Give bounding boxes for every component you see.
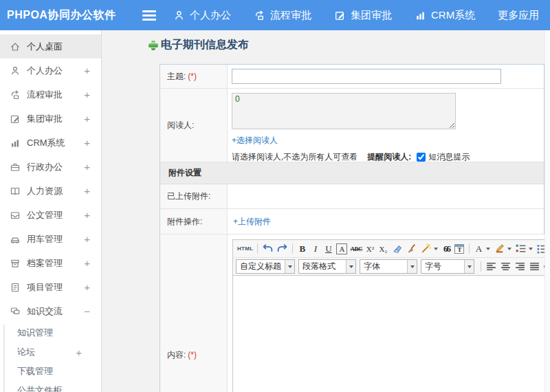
expand-icon[interactable]: + [84,137,90,149]
sidebar-subitem-public-file-cabinet[interactable]: 公共文件柜 [0,381,101,392]
insert-date-button[interactable]: T [453,242,466,256]
nav-more-apps[interactable]: 更多应用 [498,9,550,22]
subscript-button[interactable]: X₂ [377,242,390,256]
font-format-button[interactable]: A [336,243,347,254]
style-select[interactable]: 自定义标题 [236,259,295,274]
sidebar-item-admin-office[interactable]: 行政办公 + [0,155,101,179]
attachment-operation-label: 附件操作: [167,216,202,228]
caret-down-icon[interactable] [407,260,417,273]
sidebar-item-personal-office[interactable]: 个人办公 + [0,58,101,83]
italic-button[interactable]: I [309,242,322,256]
caret-down-icon[interactable] [434,248,438,250]
sms-remind-label: 短消息提示 [428,151,470,163]
subject-input[interactable] [232,69,501,84]
sidebar-item-vehicle-mgmt[interactable]: 用车管理 + [0,227,101,251]
highlight-color-button[interactable] [492,242,507,256]
expand-icon[interactable]: + [84,161,90,173]
required-marker: (*) [188,350,197,360]
nav-personal-office[interactable]: 个人办公 [173,9,231,22]
rich-text-editor: HTML B I U A ABC X² [232,239,550,392]
uploaded-attachments-label: 已上传附件: [167,190,210,202]
expand-icon[interactable]: + [84,209,90,221]
caret-down-icon[interactable] [507,248,512,250]
strikethrough-button[interactable]: ABC [349,242,364,256]
notebook-icon [10,282,21,293]
user-icon [173,10,185,21]
add-icon [148,41,158,50]
menu-toggle-button[interactable] [142,10,156,23]
sidebar-subitem-download-mgmt[interactable]: 下载管理 [0,362,101,381]
caret-down-icon[interactable] [285,260,294,273]
autotypeset-wand-button[interactable] [419,242,433,256]
caret-down-icon[interactable] [346,260,355,273]
sidebar-item-project-mgmt[interactable]: 项目管理 + [0,275,101,299]
nav-workflow-approval[interactable]: 流程审批 [254,9,311,22]
undo-button[interactable] [261,242,275,256]
source-code-button[interactable]: HTML [236,242,254,256]
font-size-select[interactable]: 字号 [421,259,474,274]
content-label: 内容: [167,349,186,361]
expand-icon[interactable]: + [84,281,90,293]
expand-icon[interactable]: + [84,89,90,100]
sidebar-item-personal-desktop[interactable]: 个人桌面 [0,34,101,58]
edit-icon [10,113,21,124]
sidebar-subitem-forum[interactable]: 论坛 + [0,342,101,362]
expand-icon[interactable]: + [84,113,90,124]
form-row-content: 内容: (*) HTML B [160,235,544,392]
nav-group-approval[interactable]: 集团审批 [334,9,392,22]
top-navigation: 个人办公 流程审批 集团审批 CRM系统 更多应用 [173,0,550,30]
font-color-button[interactable]: A [472,242,485,256]
sidebar-item-knowledge-exchange[interactable]: 知识交流 − [0,299,101,323]
blockquote-button[interactable]: 66 [440,242,453,256]
bold-button[interactable]: B [296,242,309,256]
upload-attachment-link[interactable]: +上传附件 [233,216,271,228]
paragraph-format-select[interactable]: 段落格式 [298,259,356,274]
sidebar-subitem-knowledge-mgmt[interactable]: 知识管理 [0,323,101,342]
superscript-button[interactable]: X² [364,242,377,256]
highlighter-icon [494,243,505,254]
edit-icon [334,10,346,21]
align-left-button[interactable] [484,260,498,274]
undo-icon [262,243,274,254]
redo-button[interactable] [275,242,289,256]
expand-icon[interactable]: + [84,233,90,245]
scrollbar-track[interactable] [544,30,550,392]
font-family-select[interactable]: 字体 [360,259,417,274]
sidebar-item-workflow-approval[interactable]: 流程审批 + [0,83,101,107]
expand-icon[interactable]: + [84,185,90,197]
ordered-list-icon [515,243,527,254]
caret-down-icon[interactable] [486,248,490,250]
align-center-button[interactable] [498,260,513,274]
collapse-icon[interactable]: − [84,305,90,317]
archive-box-icon [10,258,21,269]
expand-icon[interactable]: + [76,347,82,358]
form-row-uploaded-attachments: 已上传附件: [160,184,544,209]
align-right-button[interactable] [513,260,527,274]
sidebar-item-archive-mgmt[interactable]: 档案管理 + [0,251,101,275]
form-row-subject: 主题: (*) [160,65,544,89]
sidebar-item-hr[interactable]: 人力资源 + [0,179,101,203]
app-logo: PHPOA协同办公软件 [7,0,116,30]
readers-textarea[interactable]: 0 [232,93,456,129]
form-row-attachment-operation: 附件操作: +上传附件 [160,209,544,235]
expand-icon[interactable]: + [84,257,90,269]
editor-toolbar-row1: HTML B I U A ABC X² [233,240,550,258]
caret-down-icon[interactable] [464,260,474,273]
nav-crm[interactable]: CRM系统 [415,9,475,22]
sms-remind-checkbox[interactable] [417,153,426,162]
editor-content-area[interactable] [233,276,550,392]
editor-toolbar-row2: 自定义标题 段落格式 字体 字号 [233,258,550,276]
select-readers-link[interactable]: +选择阅读人 [232,135,278,146]
required-marker: (*) [188,72,197,81]
sidebar-item-document-mgmt[interactable]: 公文管理 + [0,203,101,227]
justify-icon [529,261,540,272]
format-brush-button[interactable] [404,242,419,256]
sidebar-item-crm[interactable]: CRM系统 + [0,131,101,155]
caret-down-icon[interactable] [529,248,533,250]
ordered-list-button[interactable] [514,242,528,256]
remove-format-button[interactable] [390,242,404,256]
expand-icon[interactable]: + [84,65,90,76]
justify-button[interactable] [527,260,542,274]
sidebar-item-group-approval[interactable]: 集团审批 + [0,107,101,131]
underline-button[interactable]: U [322,242,335,256]
